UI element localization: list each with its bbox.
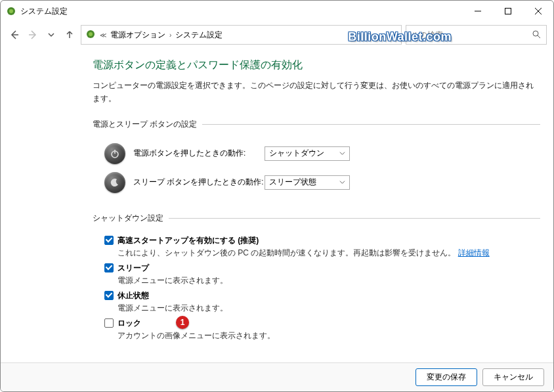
group-buttons-legend: 電源とスリープ ボタンの設定: [93, 119, 202, 130]
lock-title: ロック: [117, 318, 141, 328]
window-title: システム設定: [20, 6, 463, 17]
search-input[interactable]: ルの検索: [406, 25, 547, 45]
group-shutdown-legend: シャットダウン設定: [93, 213, 169, 224]
breadcrumb[interactable]: ≪ 電源オプション › システム設定: [81, 25, 402, 45]
svg-rect-3: [505, 9, 511, 14]
svg-line-11: [538, 35, 540, 38]
power-button-value: シャットダウン: [269, 148, 324, 159]
app-icon: [6, 6, 16, 16]
svg-point-1: [9, 9, 13, 13]
page-description: コンピューターの電源設定を選択できます。このページの設定に対して行う変更は、お使…: [93, 79, 540, 106]
sleep-button-value: スリープ状態: [269, 177, 316, 188]
page-title: 電源ボタンの定義とパスワード保護の有効化: [93, 58, 540, 72]
nav-forward-button[interactable]: [26, 28, 40, 42]
sleep-checkbox[interactable]: [104, 263, 114, 272]
hibernate-checkbox[interactable]: [104, 291, 114, 300]
sleep-desc: 電源メニューに表示されます。: [117, 275, 540, 286]
power-icon: [104, 143, 125, 164]
chevron-right-icon: ›: [169, 32, 171, 39]
sleep-icon: [104, 172, 125, 193]
lock-checkbox[interactable]: [104, 318, 114, 328]
breadcrumb-item[interactable]: システム設定: [175, 30, 223, 41]
chevron-down-icon: [339, 178, 345, 187]
chevron-left-icon: ≪: [100, 32, 106, 39]
sleep-button-label: スリープ ボタンを押したときの動作:: [133, 177, 265, 188]
power-button-label: 電源ボタンを押したときの動作:: [133, 148, 265, 159]
svg-point-10: [533, 31, 538, 36]
fast-startup-title: 高速スタートアップを有効にする (推奨): [117, 236, 259, 245]
hibernate-desc: 電源メニューに表示されます。: [117, 303, 540, 314]
close-button[interactable]: [523, 1, 553, 22]
fast-startup-link[interactable]: 詳細情報: [458, 248, 490, 257]
lock-desc: アカウントの画像メニューに表示されます。: [117, 330, 540, 341]
nav-recent-button[interactable]: [44, 28, 58, 42]
sleep-title: スリープ: [117, 263, 149, 272]
search-icon: [532, 30, 541, 41]
sleep-button-select[interactable]: スリープ状態: [265, 175, 350, 190]
chevron-down-icon: [339, 149, 345, 158]
minimize-button[interactable]: [463, 1, 493, 22]
nav-back-button[interactable]: [7, 28, 22, 42]
hibernate-title: 休止状態: [117, 291, 149, 300]
annotation-marker: 1: [176, 316, 189, 329]
breadcrumb-item[interactable]: 電源オプション: [110, 30, 165, 41]
maximize-button[interactable]: [493, 1, 523, 22]
power-button-select[interactable]: シャットダウン: [265, 146, 350, 161]
svg-point-9: [89, 32, 93, 36]
fast-startup-desc: これにより、シャットダウン後の PC の起動時間が速くなります。再起動は影響を受…: [117, 248, 456, 257]
nav-up-button[interactable]: [62, 28, 77, 42]
cancel-button[interactable]: キャンセル: [482, 368, 544, 386]
breadcrumb-icon: [85, 29, 96, 41]
save-button[interactable]: 変更の保存: [415, 368, 477, 386]
search-placeholder: ルの検索: [412, 30, 443, 41]
fast-startup-checkbox[interactable]: [104, 236, 114, 245]
